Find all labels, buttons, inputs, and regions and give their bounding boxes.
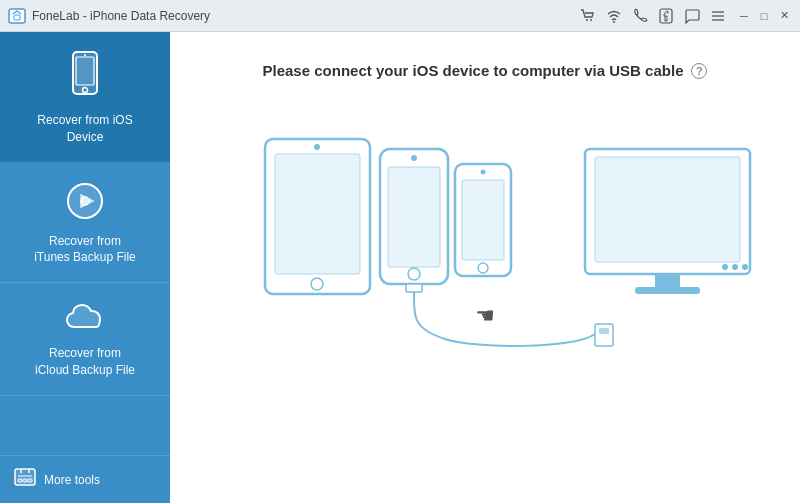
svg-point-2 [586, 19, 588, 21]
menu-icon[interactable] [710, 8, 726, 24]
svg-point-39 [742, 264, 748, 270]
svg-rect-18 [23, 479, 27, 482]
more-tools-button[interactable]: More tools [0, 455, 170, 503]
svg-rect-26 [388, 167, 440, 267]
svg-rect-15 [15, 469, 35, 485]
cursor-pointer-icon: ☛ [475, 303, 495, 329]
itunes-icon [65, 181, 105, 225]
sidebar: Recover from iOS Device Recover from iTu… [0, 32, 170, 503]
svg-point-38 [732, 264, 738, 270]
illustration-svg [205, 119, 765, 369]
minimize-button[interactable]: ─ [736, 8, 752, 24]
facebook-icon[interactable] [658, 8, 674, 24]
svg-point-37 [722, 264, 728, 270]
svg-rect-10 [76, 57, 94, 85]
svg-point-21 [314, 144, 320, 150]
icloud-icon [63, 301, 107, 337]
svg-rect-22 [275, 154, 360, 274]
help-icon[interactable]: ? [691, 63, 707, 79]
svg-rect-40 [655, 274, 680, 288]
connection-instruction-text: Please connect your iOS device to comput… [263, 62, 684, 79]
sidebar-item-recover-itunes[interactable]: Recover from iTunes Backup File [0, 163, 170, 284]
app-title: FoneLab - iPhone Data Recovery [32, 9, 580, 23]
svg-point-12 [84, 54, 86, 56]
close-button[interactable]: ✕ [776, 8, 792, 24]
svg-point-4 [613, 21, 615, 23]
sidebar-item-recover-ios[interactable]: Recover from iOS Device [0, 32, 170, 163]
sidebar-item-icloud-label: Recover from iCloud Backup File [35, 345, 135, 379]
app-logo-icon [8, 7, 26, 25]
phone-icon[interactable] [632, 8, 648, 24]
wifi-icon[interactable] [606, 8, 622, 24]
svg-rect-41 [635, 287, 700, 294]
svg-point-29 [481, 170, 486, 175]
sidebar-item-ios-label: Recover from iOS Device [37, 112, 132, 146]
sidebar-item-itunes-label: Recover from iTunes Backup File [34, 233, 136, 267]
maximize-button[interactable]: □ [756, 8, 772, 24]
content-area: Please connect your iOS device to comput… [170, 32, 800, 503]
title-bar: FoneLab - iPhone Data Recovery [0, 0, 800, 32]
cart-icon[interactable] [580, 8, 596, 24]
message-icon[interactable] [684, 8, 700, 24]
toolbar-icons [580, 8, 726, 24]
svg-rect-36 [595, 157, 740, 262]
svg-point-25 [411, 155, 417, 161]
svg-rect-32 [406, 284, 422, 292]
svg-rect-19 [28, 479, 32, 482]
device-illustration: ☛ [205, 119, 765, 369]
ios-device-icon [65, 50, 105, 104]
svg-point-3 [590, 19, 592, 21]
main-layout: Recover from iOS Device Recover from iTu… [0, 32, 800, 503]
svg-rect-30 [462, 180, 504, 260]
sidebar-item-recover-icloud[interactable]: Recover from iCloud Backup File [0, 283, 170, 396]
more-tools-icon [14, 466, 36, 493]
svg-rect-34 [599, 328, 609, 334]
svg-point-14 [81, 197, 89, 205]
window-controls[interactable]: ─ □ ✕ [736, 8, 792, 24]
content-title: Please connect your iOS device to comput… [263, 62, 708, 79]
svg-rect-17 [18, 479, 22, 482]
more-tools-label: More tools [44, 473, 100, 487]
svg-rect-33 [595, 324, 613, 346]
